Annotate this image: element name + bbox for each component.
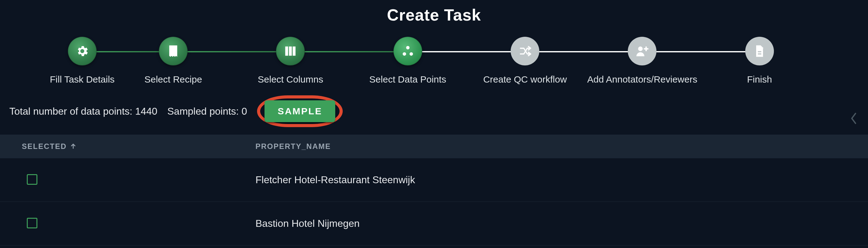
summary-row: Total number of data points: 1440 Sample… xyxy=(0,85,868,134)
step-select-columns[interactable]: Select Columns xyxy=(232,37,349,85)
collapse-panel-button[interactable] xyxy=(850,112,858,126)
cell-property-name: Fletcher Hotel-Restaurant Steenwijk xyxy=(255,174,868,186)
receipt-icon xyxy=(159,37,188,65)
table-body: Fletcher Hotel-Restaurant SteenwijkBasti… xyxy=(0,158,868,246)
column-header-selected[interactable]: SELECTED xyxy=(0,142,255,151)
total-data-points: Total number of data points: 1440 xyxy=(9,105,157,117)
sampled-label: Sampled points: xyxy=(167,105,239,117)
columns-icon xyxy=(276,37,305,65)
step-label: Select Data Points xyxy=(369,74,446,85)
table-header: SELECTED PROPERTY_NAME xyxy=(0,134,868,158)
step-label: Add Annotators/Reviewers xyxy=(587,74,698,85)
step-label: Fill Task Details xyxy=(50,74,115,85)
step-select-data-points[interactable]: Select Data Points xyxy=(349,37,466,85)
page-title: Create Task xyxy=(0,0,868,24)
sample-highlight-annotation: SAMPLE xyxy=(257,95,343,127)
row-checkbox[interactable] xyxy=(27,174,37,185)
step-label: Select Recipe xyxy=(144,74,202,85)
svg-point-1 xyxy=(403,52,406,56)
data-points-table: SELECTED PROPERTY_NAME Fletcher Hotel-Re… xyxy=(0,134,868,246)
step-add-annotators-reviewers[interactable]: Add Annotators/Reviewers xyxy=(584,37,701,85)
sort-ascending-icon xyxy=(70,143,76,150)
step-label: Select Columns xyxy=(258,74,323,85)
column-header-selected-label: SELECTED xyxy=(22,142,67,151)
sampled-value: 0 xyxy=(242,105,247,117)
total-label: Total number of data points: xyxy=(9,105,132,117)
step-select-recipe[interactable]: Select Recipe xyxy=(115,37,232,85)
svg-point-0 xyxy=(406,46,409,50)
table-row[interactable]: Fletcher Hotel-Restaurant Steenwijk xyxy=(0,158,868,202)
cell-property-name: Bastion Hotel Nijmegen xyxy=(255,218,868,229)
step-create-qc-workflow[interactable]: Create QC workflow xyxy=(466,37,584,85)
svg-point-3 xyxy=(639,46,643,51)
step-finish[interactable]: Finish xyxy=(701,37,818,85)
cell-selected xyxy=(0,218,255,229)
step-fill-task-details[interactable]: Fill Task Details xyxy=(50,37,115,85)
shuffle-icon xyxy=(510,37,539,65)
sampled-points: Sampled points: 0 xyxy=(167,105,247,117)
step-label: Finish xyxy=(747,74,772,85)
gear-icon xyxy=(68,37,97,65)
svg-point-2 xyxy=(409,52,413,56)
file-icon xyxy=(745,37,774,65)
step-label: Create QC workflow xyxy=(483,74,567,85)
column-header-property-name[interactable]: PROPERTY_NAME xyxy=(255,142,868,151)
cell-selected xyxy=(0,174,255,186)
row-checkbox[interactable] xyxy=(27,218,37,228)
sample-button[interactable]: SAMPLE xyxy=(265,100,335,122)
nodes-icon xyxy=(394,37,422,65)
total-value: 1440 xyxy=(135,105,157,117)
step-progress: Fill Task DetailsSelect RecipeSelect Col… xyxy=(50,37,818,85)
column-header-property-name-label: PROPERTY_NAME xyxy=(255,142,331,151)
table-row[interactable]: Bastion Hotel Nijmegen xyxy=(0,202,868,246)
people-plus-icon xyxy=(628,37,656,65)
